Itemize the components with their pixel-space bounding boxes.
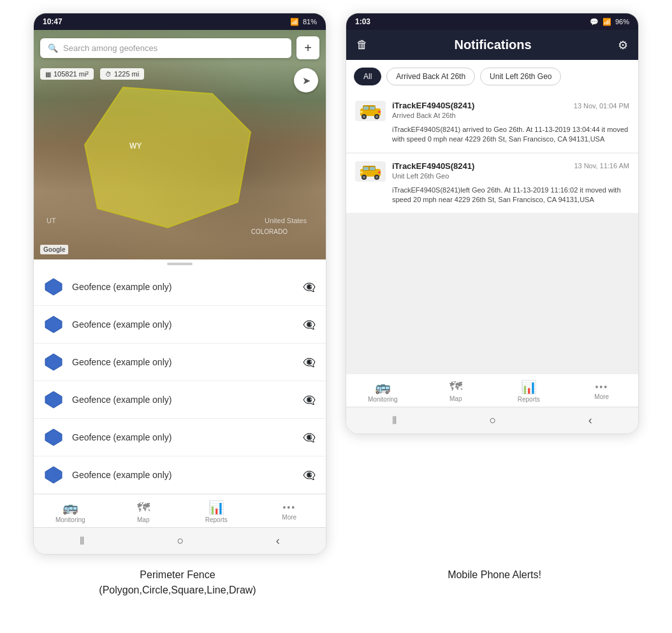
monitoring-label-right: Monitoring: [368, 396, 398, 403]
nav-reports-left[interactable]: 📊 Reports: [197, 500, 235, 523]
more-label-right: More: [594, 393, 609, 400]
notif-time-2: 13 Nov, 11:16 AM: [574, 162, 629, 170]
filter-tab-all[interactable]: All: [354, 68, 381, 85]
svg-rect-26: [378, 171, 381, 173]
filter-tab-arrived[interactable]: Arrived Back At 26th: [386, 68, 475, 85]
svg-rect-14: [370, 106, 375, 110]
android-menu-btn-right[interactable]: ⦀: [392, 414, 397, 427]
geofence-item-4[interactable]: Geofence (example only) 👁‍🗨: [34, 381, 326, 419]
geofence-item-5[interactable]: Geofence (example only) 👁‍🗨: [34, 419, 326, 456]
reports-icon-right: 📊: [521, 379, 537, 395]
search-box[interactable]: 🔍 Search among geofences: [40, 38, 291, 58]
android-home-btn-right[interactable]: ○: [490, 414, 497, 427]
svg-marker-2: [45, 316, 62, 333]
left-status-bar: 10:47 📶 81%: [34, 13, 326, 30]
geo-polygon-icon-2: [44, 315, 63, 334]
google-logo: Google: [40, 245, 68, 254]
svg-marker-3: [45, 354, 62, 370]
map-label-colorado: COLORADO: [251, 228, 288, 235]
left-phone: 10:47 📶 81% 🔍 Search among geofences + ▦: [33, 13, 326, 555]
android-back-btn-left[interactable]: ‹: [276, 534, 280, 548]
svg-rect-23: [363, 167, 369, 170]
notif-event-2: Unit Left 26th Geo: [392, 172, 629, 180]
eye-slash-icon-5[interactable]: 👁‍🗨: [303, 432, 316, 444]
map-icon-right: 🗺: [449, 379, 462, 394]
right-status-bar: 1:03 💬 📶 96%: [346, 13, 638, 30]
reports-label-right: Reports: [518, 396, 540, 403]
left-caption: Perimeter Fence(Polygon,Circle,Square,Li…: [31, 567, 325, 598]
vehicle-thumb-1: [355, 101, 386, 121]
map-label-right: Map: [449, 395, 462, 402]
svg-point-10: [363, 115, 365, 118]
add-button[interactable]: +: [296, 36, 319, 59]
trash-icon[interactable]: 🗑: [356, 38, 368, 52]
eye-slash-icon-6[interactable]: 👁‍🗨: [303, 469, 316, 481]
notif-device-1: iTrackEF4940S(8241): [392, 101, 474, 110]
chat-icon: 💬: [590, 18, 599, 26]
map-label-ut: UT: [47, 217, 56, 224]
map-icon-left: 🗺: [137, 500, 150, 515]
notif-body-1: iTrackEF4940S(8241) arrived to Geo 26th.…: [355, 125, 629, 145]
nav-more-right[interactable]: ••• More: [583, 382, 621, 400]
svg-rect-25: [360, 171, 363, 173]
map-area: 🔍 Search among geofences + ▦ 105821 mi² …: [34, 30, 326, 259]
nav-monitoring-left[interactable]: 🚌 Monitoring: [51, 500, 89, 523]
android-back-btn-right[interactable]: ‹: [588, 414, 592, 427]
svg-marker-1: [45, 279, 62, 295]
eye-slash-icon-4[interactable]: 👁‍🗨: [303, 394, 316, 406]
geofence-item-3[interactable]: Geofence (example only) 👁‍🗨: [34, 344, 326, 381]
reports-label-left: Reports: [205, 516, 228, 523]
notifications-header: 🗑 Notifications ⚙: [346, 30, 638, 60]
geofence-item-1[interactable]: Geofence (example only) 👁‍🗨: [34, 268, 326, 306]
area-value: 105821 mi²: [54, 70, 89, 78]
geofence-item-2[interactable]: Geofence (example only) 👁‍🗨: [34, 306, 326, 344]
right-bottom-nav: 🚌 Monitoring 🗺 Map 📊 Reports ••• More: [346, 374, 638, 407]
notif-time-1: 13 Nov, 01:04 PM: [574, 102, 629, 110]
reports-icon-left: 📊: [208, 500, 224, 515]
more-icon-right: •••: [595, 382, 608, 392]
eye-slash-icon-3[interactable]: 👁‍🗨: [303, 356, 316, 368]
android-menu-btn-left[interactable]: ⦀: [80, 534, 85, 548]
geofence-label-4: Geofence (example only): [72, 395, 294, 405]
svg-rect-13: [363, 106, 369, 110]
gear-icon[interactable]: ⚙: [618, 38, 628, 52]
compass-button[interactable]: ➤: [294, 68, 318, 92]
eye-slash-icon-1[interactable]: 👁‍🗨: [303, 281, 316, 293]
nav-map-left[interactable]: 🗺 Map: [124, 500, 163, 523]
area-icon: ▦: [45, 71, 51, 78]
svg-rect-15: [360, 111, 363, 113]
notifications-title: Notifications: [376, 38, 610, 52]
nav-map-right[interactable]: 🗺 Map: [437, 379, 475, 402]
nav-more-left[interactable]: ••• More: [270, 502, 309, 521]
map-label-left: Map: [137, 516, 149, 523]
notification-card-2[interactable]: iTrackEF4940S(8241) 13 Nov, 11:16 AM Uni…: [346, 154, 638, 213]
monitoring-label-left: Monitoring: [55, 516, 85, 523]
geo-polygon-icon-3: [44, 353, 63, 372]
filter-tab-left[interactable]: Unit Left 26th Geo: [480, 68, 561, 85]
notif-header-1: iTrackEF4940S(8241) 13 Nov, 01:04 PM Arr…: [355, 101, 629, 121]
distance-value: 1225 mi: [114, 70, 139, 78]
eye-slash-icon-2[interactable]: 👁‍🗨: [303, 319, 316, 331]
android-home-btn-left[interactable]: ○: [177, 534, 184, 548]
geofence-label-2: Geofence (example only): [72, 319, 294, 330]
nav-reports-right[interactable]: 📊 Reports: [509, 379, 548, 403]
right-caption: Mobile Phone Alerts!: [348, 567, 641, 598]
svg-point-22: [376, 176, 378, 178]
notif-title-row-2: iTrackEF4940S(8241) 13 Nov, 11:16 AM: [392, 161, 629, 171]
clock-icon: ⏱: [105, 71, 112, 78]
wifi-icon: 📶: [290, 18, 299, 26]
area-stat: ▦ 105821 mi²: [40, 68, 94, 80]
left-status-icons: 📶 81%: [290, 18, 317, 26]
geofence-label-6: Geofence (example only): [72, 470, 294, 480]
left-android-nav: ⦀ ○ ‹: [34, 527, 326, 554]
map-label-wy: WY: [129, 142, 142, 150]
geofence-item-6[interactable]: Geofence (example only) 👁‍🗨: [34, 456, 326, 494]
svg-marker-6: [45, 467, 62, 483]
notif-device-2: iTrackEF4940S(8241): [392, 161, 474, 171]
geo-polygon-icon-4: [44, 390, 63, 409]
notification-card-1[interactable]: iTrackEF4940S(8241) 13 Nov, 01:04 PM Arr…: [346, 93, 638, 152]
vehicle-thumb-2: [355, 161, 386, 182]
right-wifi-icon: 📶: [603, 18, 611, 26]
nav-monitoring-right[interactable]: 🚌 Monitoring: [363, 379, 402, 403]
right-status-icons: 💬 📶 96%: [590, 18, 629, 26]
